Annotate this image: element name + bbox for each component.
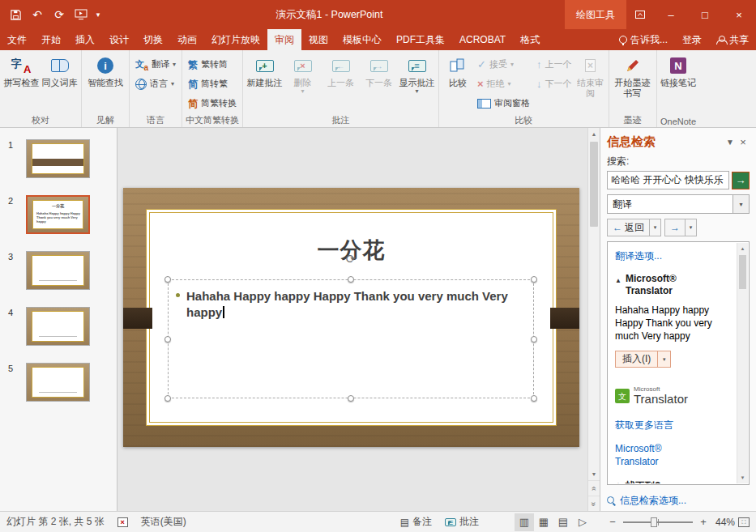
research-search-input[interactable] bbox=[607, 171, 729, 189]
slide-body-text[interactable]: Hahaha Happy happy Happy Thank you very … bbox=[169, 280, 533, 321]
fit-slide-to-window-button[interactable]: ⛶ bbox=[738, 517, 750, 527]
results-scroll-up[interactable]: ▲ bbox=[737, 243, 748, 254]
next-slide-button[interactable]: » bbox=[588, 496, 600, 511]
slide-thumbnail-2-selected[interactable]: 一分花 Hahaha Happy happy Happy Thank you v… bbox=[26, 195, 90, 234]
results-scrollbar[interactable]: ▲ ▼ bbox=[737, 243, 748, 483]
scroll-down-button[interactable]: ▼ bbox=[588, 468, 600, 480]
close-button[interactable]: × bbox=[722, 0, 756, 29]
comments-toggle-button[interactable]: 批注 bbox=[438, 515, 485, 529]
undo-button[interactable]: ↶ bbox=[27, 3, 48, 26]
share-button[interactable]: 共享 bbox=[709, 29, 756, 50]
slide-editing-area[interactable]: 一分花 ⟳ Hahaha Happy happy Happy Thank you… bbox=[118, 128, 587, 511]
linked-notes-button[interactable]: N 链接笔记 bbox=[660, 53, 698, 88]
results-scroll-thumb[interactable] bbox=[739, 255, 746, 289]
resize-handle-bottom-middle[interactable] bbox=[348, 395, 354, 402]
next-change-button[interactable]: ↓ 下一个 bbox=[533, 75, 575, 92]
pane-options-button[interactable]: ▼ bbox=[724, 138, 737, 147]
slide-number-indicator[interactable]: 幻灯片 第 2 张, 共 5 张 bbox=[0, 515, 111, 529]
previous-change-button[interactable]: ↑ 上一个 bbox=[533, 56, 575, 73]
reject-button[interactable]: × 拒绝 ▾ bbox=[474, 75, 533, 92]
translator-section-header[interactable]: ▲ Microsoft® Translator bbox=[615, 273, 733, 297]
back-button[interactable]: ←返回 ▾ bbox=[607, 219, 661, 236]
tab-view[interactable]: 视图 bbox=[301, 29, 335, 50]
slide-thumbnail-3[interactable] bbox=[26, 251, 90, 290]
tab-animations[interactable]: 动画 bbox=[170, 29, 204, 50]
traditional-to-simplified-button[interactable]: 繁 繁转简 bbox=[185, 56, 240, 73]
new-comment-button[interactable]: 新建批注 bbox=[246, 53, 284, 88]
tab-acrobat[interactable]: ACROBAT bbox=[452, 29, 513, 50]
reviewing-pane-button[interactable]: 审阅窗格 bbox=[474, 95, 533, 112]
slide-thumbnail-5[interactable] bbox=[26, 363, 90, 402]
customize-qat-button[interactable]: ▾ bbox=[92, 3, 104, 26]
ribbon-display-options-button[interactable] bbox=[626, 0, 654, 29]
scrollbar-thumb[interactable] bbox=[590, 142, 598, 227]
slide-thumbnail-4[interactable] bbox=[26, 307, 90, 346]
tab-transitions[interactable]: 切换 bbox=[136, 29, 170, 50]
notes-toggle-button[interactable]: ▤ 备注 bbox=[394, 515, 438, 529]
proofing-status-button[interactable] bbox=[111, 517, 135, 527]
reading-view-button[interactable]: ▤ bbox=[553, 513, 573, 531]
scroll-up-button[interactable]: ▲ bbox=[588, 128, 600, 140]
compare-button[interactable]: 比较 bbox=[442, 53, 474, 88]
tab-home[interactable]: 开始 bbox=[34, 29, 68, 50]
redo-button[interactable]: ⟳ bbox=[49, 3, 70, 26]
slide-thumbnail-1[interactable] bbox=[26, 139, 90, 178]
research-options-link[interactable]: 信息检索选项... bbox=[607, 490, 750, 511]
slide-2[interactable]: 一分花 ⟳ Hahaha Happy happy Happy Thank you… bbox=[123, 188, 579, 447]
tell-me-box[interactable]: 告诉我... bbox=[612, 29, 675, 50]
tab-file[interactable]: 文件 bbox=[0, 29, 34, 50]
tab-format[interactable]: 格式 bbox=[513, 29, 547, 50]
close-pane-button[interactable]: × bbox=[737, 136, 750, 148]
tab-review[interactable]: 审阅 bbox=[267, 29, 301, 50]
zoom-in-button[interactable]: + bbox=[698, 516, 709, 528]
resize-handle-middle-left[interactable] bbox=[164, 336, 171, 343]
language-indicator[interactable]: 英语(美国) bbox=[135, 515, 193, 529]
main-vertical-scrollbar[interactable]: ▲ ▼ » » bbox=[587, 128, 600, 511]
zoom-slider[interactable] bbox=[623, 521, 693, 523]
smart-lookup-button[interactable]: i 智能查找 bbox=[84, 53, 126, 88]
zoom-slider-thumb[interactable] bbox=[651, 517, 657, 527]
drawing-tools-context-header[interactable]: 绘图工具 bbox=[565, 0, 626, 29]
reference-book-dropdown[interactable]: 翻译 ▾ bbox=[607, 194, 750, 214]
normal-view-button[interactable]: ▥ bbox=[515, 513, 534, 531]
delete-comment-button[interactable]: 删除 ▾ bbox=[284, 53, 322, 95]
insert-dropdown-arrow[interactable]: ▾ bbox=[657, 351, 670, 367]
next-comment-button[interactable]: 下一条 bbox=[360, 53, 398, 88]
results-scroll-down[interactable]: ▼ bbox=[737, 472, 748, 483]
insert-translation-button[interactable]: 插入(I) ▾ bbox=[615, 351, 671, 368]
tab-insert[interactable]: 插入 bbox=[68, 29, 102, 50]
zoom-percentage[interactable]: 44% bbox=[709, 517, 738, 528]
show-comments-button[interactable]: 显示批注 ▾ bbox=[398, 53, 436, 95]
convert-button[interactable]: 简 简繁转换 bbox=[185, 95, 240, 112]
previous-comment-button[interactable]: 上一条 bbox=[322, 53, 360, 88]
translation-options-link[interactable]: 翻译选项... bbox=[615, 249, 733, 263]
resize-handle-bottom-right[interactable] bbox=[531, 395, 537, 402]
start-search-button[interactable]: → bbox=[732, 172, 750, 189]
microsoft-link[interactable]: Microsoft® bbox=[615, 442, 733, 455]
minimize-button[interactable]: – bbox=[654, 0, 688, 29]
tab-pdf-tools[interactable]: PDF工具集 bbox=[389, 29, 452, 50]
resize-handle-bottom-left[interactable] bbox=[164, 395, 171, 402]
slideshow-view-button[interactable]: ▷ bbox=[573, 513, 592, 531]
translate-button[interactable]: 翻译 ▾ bbox=[132, 56, 179, 73]
start-slideshow-button[interactable] bbox=[70, 3, 92, 26]
get-more-languages-link[interactable]: 获取更多语言 bbox=[615, 419, 733, 432]
tab-design[interactable]: 设计 bbox=[102, 29, 136, 50]
start-inking-button[interactable]: 开始墨迹书写 bbox=[612, 53, 654, 99]
accept-button[interactable]: ✓ 接受 ▾ bbox=[474, 56, 533, 73]
spell-check-button[interactable]: 拼写检查 bbox=[2, 53, 41, 88]
tab-template-center[interactable]: 模板中心 bbox=[335, 29, 389, 50]
language-button[interactable]: 语言 ▾ bbox=[132, 75, 179, 92]
slide-body-textbox[interactable]: ⟳ Hahaha Happy happy Happy Thank you ver… bbox=[168, 279, 534, 398]
translator-link[interactable]: Translator bbox=[615, 455, 733, 468]
previous-slide-button[interactable]: » bbox=[588, 480, 600, 496]
rotate-handle[interactable]: ⟳ bbox=[344, 253, 357, 266]
cant-find-section-header[interactable]: ▲ 找不到? bbox=[615, 479, 733, 483]
maximize-button[interactable]: □ bbox=[688, 0, 722, 29]
save-button[interactable] bbox=[5, 3, 26, 26]
slide-sorter-view-button[interactable]: ▦ bbox=[534, 513, 553, 531]
zoom-out-button[interactable]: − bbox=[607, 516, 618, 528]
tab-slideshow[interactable]: 幻灯片放映 bbox=[204, 29, 267, 50]
end-review-button[interactable]: 结束审阅 bbox=[575, 53, 606, 99]
thesaurus-button[interactable]: 同义词库 bbox=[41, 53, 79, 88]
